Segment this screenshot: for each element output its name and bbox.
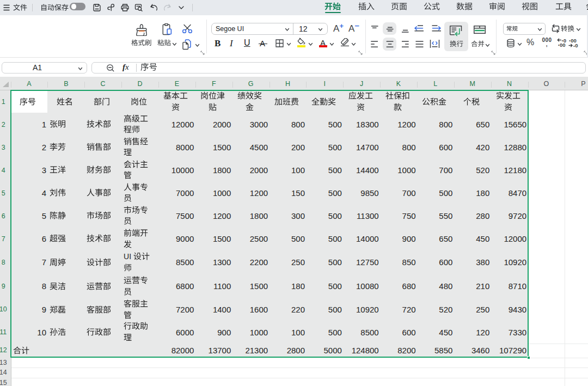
svg-text:0: 0 xyxy=(575,42,578,47)
svg-text:00: 00 xyxy=(560,42,566,48)
